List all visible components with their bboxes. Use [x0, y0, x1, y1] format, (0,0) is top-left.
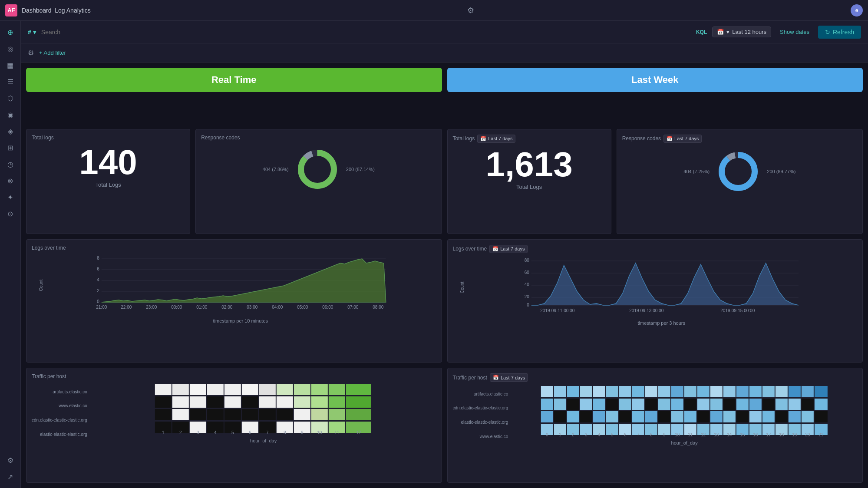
svg-text:23:00: 23:00: [146, 305, 157, 310]
svg-rect-135: [697, 399, 710, 410]
dropdown-icon: ▾: [726, 29, 729, 35]
svg-text:11: 11: [334, 430, 340, 435]
sidebar-icon-infra[interactable]: ⊙: [3, 206, 18, 221]
svg-rect-72: [277, 409, 293, 420]
svg-rect-44: [207, 384, 224, 395]
svg-rect-116: [736, 386, 749, 397]
y-axis-label: Count: [39, 280, 43, 291]
svg-rect-153: [645, 411, 657, 422]
realtime-section-header: Real Time: [26, 68, 442, 92]
svg-text:07:00: 07:00: [347, 305, 358, 310]
svg-text:2019-09-13 00:00: 2019-09-13 00:00: [629, 308, 663, 313]
top-navigation-bar: AF Dashboard Log Analytics ⚙ e: [0, 0, 868, 21]
dropdown-arrow: ▾: [33, 29, 36, 36]
svg-text:5: 5: [611, 432, 614, 437]
svg-rect-68: [207, 409, 224, 420]
svg-rect-118: [762, 386, 775, 397]
sidebar-icon-arrow[interactable]: ↗: [3, 469, 18, 485]
svg-text:9: 9: [663, 432, 666, 437]
lastweek-logs-over-time-chart: 80 60 40 20 0: [466, 257, 858, 317]
calendar-icon-small: 📅: [480, 136, 486, 142]
svg-rect-147: [567, 411, 579, 422]
svg-text:21:00: 21:00: [96, 305, 107, 310]
svg-rect-46: [242, 384, 258, 395]
svg-rect-74: [311, 409, 328, 420]
svg-text:2: 2: [97, 288, 99, 293]
svg-rect-151: [619, 411, 631, 422]
app-logo[interactable]: AF: [5, 4, 17, 16]
realtime-response-codes-panel: Response codes 404 (7.86%): [195, 129, 442, 234]
sidebar-icon-home[interactable]: ⊕: [3, 24, 18, 40]
svg-rect-109: [645, 386, 657, 397]
sidebar-icon-uptime[interactable]: ◷: [3, 156, 18, 172]
lastweek-traffic-per-host-panel: Traffic per host 📅 Last 7 days artifacts…: [447, 368, 863, 483]
settings-icon[interactable]: ⚙: [467, 6, 474, 15]
svg-rect-149: [593, 411, 605, 422]
svg-text:12: 12: [701, 432, 706, 437]
svg-rect-158: [710, 411, 723, 422]
svg-text:2: 2: [179, 430, 182, 435]
refresh-icon: ↻: [825, 29, 830, 36]
lastweek-response-codes-panel: Response codes 📅 Last 7 days 404 (7.25%): [617, 129, 863, 234]
svg-rect-55: [190, 396, 206, 408]
sidebar-icon-logs[interactable]: ✦: [3, 189, 18, 205]
svg-rect-154: [658, 411, 670, 422]
svg-rect-124: [554, 399, 566, 410]
svg-text:1: 1: [162, 430, 165, 435]
sidebar-icon-dashboard[interactable]: ☰: [3, 74, 18, 89]
time-range-picker[interactable]: 📅 ▾ Last 12 hours: [712, 26, 771, 37]
sidebar-icon-ml[interactable]: ◈: [3, 123, 18, 139]
panel-title: Response codes: [201, 135, 436, 141]
host-label: cdn.elastic-elastic-elastic.org: [32, 414, 87, 426]
svg-text:6: 6: [624, 432, 627, 437]
avatar[interactable]: e: [851, 4, 863, 16]
sidebar-icon-canvas[interactable]: ⬡: [3, 90, 18, 106]
svg-rect-104: [580, 386, 592, 397]
svg-rect-148: [580, 411, 592, 422]
sidebar-icon-discover[interactable]: ◎: [3, 41, 18, 56]
svg-text:7: 7: [266, 430, 269, 435]
total-logs-value: 140: [32, 145, 185, 180]
svg-text:04:00: 04:00: [272, 305, 283, 310]
svg-rect-103: [567, 386, 579, 397]
svg-text:20: 20: [524, 294, 529, 299]
host-label: www.elastic.co: [453, 431, 508, 443]
svg-text:17: 17: [766, 432, 772, 437]
svg-text:40: 40: [524, 282, 529, 287]
svg-text:02:00: 02:00: [221, 305, 232, 310]
svg-rect-60: [277, 396, 293, 408]
search-type-selector[interactable]: # ▾: [28, 29, 36, 36]
lastweek-section-header: Last Week: [447, 68, 863, 92]
sidebar-icon-visualize[interactable]: ▦: [3, 57, 18, 73]
search-input[interactable]: [41, 29, 691, 36]
last7days-badge: 📅 Last 7 days: [477, 135, 515, 143]
sidebar-icon-settings[interactable]: ⚙: [3, 452, 18, 468]
svg-rect-63: [329, 396, 345, 408]
svg-rect-107: [619, 386, 631, 397]
filter-options-icon[interactable]: ⚙: [28, 49, 34, 57]
svg-text:15: 15: [740, 432, 746, 437]
realtime-logs-over-time-panel: Logs over time Count 8 6 4 2 0: [26, 239, 442, 363]
donut-legend-right: 200 (89.77%): [767, 169, 795, 174]
refresh-button[interactable]: ↻ Refresh: [818, 26, 861, 39]
kql-badge[interactable]: KQL: [696, 29, 707, 35]
sidebar-icon-apm[interactable]: ⊗: [3, 173, 18, 188]
show-dates-button[interactable]: Show dates: [780, 29, 809, 35]
svg-text:18: 18: [779, 432, 785, 437]
lastweek-metrics-row: Total logs 📅 Last 7 days 1,613 Total Log…: [447, 129, 863, 234]
heatmap-lastweek: 0 1 2 3 4 5 6 7 8 9 10 11 12 13: [512, 385, 857, 437]
svg-rect-112: [684, 386, 696, 397]
svg-text:20: 20: [805, 432, 811, 437]
last7days-badge: 📅 Last 7 days: [490, 373, 528, 382]
svg-text:0: 0: [546, 432, 548, 437]
sidebar-icon-maps[interactable]: ◉: [3, 107, 18, 122]
realtime-traffic-per-host-panel: Traffic per host artifacts.elastic.co ww…: [26, 368, 442, 483]
svg-text:6: 6: [249, 430, 251, 435]
sidebar-icon-siem[interactable]: ⊞: [3, 140, 18, 155]
donut-chart-container: 404 (7.86%) 200 (87.14%): [201, 144, 436, 195]
dashboard-grid: Real Time Last Week Total logs 140 Total…: [21, 63, 868, 488]
svg-text:08:00: 08:00: [373, 305, 383, 310]
svg-text:14: 14: [727, 432, 733, 437]
add-filter-button[interactable]: + Add filter: [39, 49, 66, 56]
refresh-label: Refresh: [833, 29, 854, 36]
